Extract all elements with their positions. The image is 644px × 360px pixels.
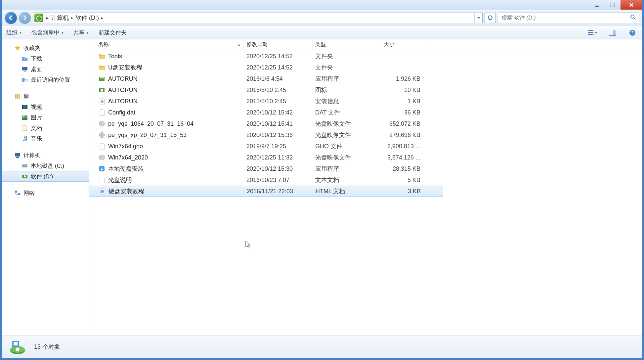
chevron-right-icon: ▸ <box>46 15 49 21</box>
file-row[interactable]: 本地硬盘安装2020/10/12 15:30应用程序28,315 KB <box>89 163 642 174</box>
sidebar-item-desktop[interactable]: 桌面 <box>2 64 89 74</box>
breadcrumb-segment[interactable]: 计算机 <box>51 14 69 22</box>
computer-header[interactable]: 计算机 <box>2 150 89 160</box>
file-name: pe_yqs_1064_20_07_31_16_04 <box>108 120 193 127</box>
nav-label: 桌面 <box>31 66 42 73</box>
column-header-date[interactable]: 修改日期 <box>244 39 313 50</box>
file-size-cell: 10 KB <box>381 87 424 94</box>
svg-rect-1 <box>611 3 615 7</box>
file-row[interactable]: Config.dat2020/10/12 15:42DAT 文件36 KB <box>89 107 642 118</box>
minimize-icon <box>595 3 599 7</box>
file-date-cell: 2019/9/7 19:25 <box>244 143 313 150</box>
nav-label: 音乐 <box>31 135 42 143</box>
file-type-cell: 文件夹 <box>313 52 381 60</box>
file-type-cell: 图标 <box>313 86 381 94</box>
nav-label: 软件 (D:) <box>31 173 53 180</box>
file-name-cell: AUTORUN <box>96 75 244 82</box>
chevron-right-icon: ▸ <box>71 15 73 21</box>
organize-button[interactable]: 组织 ▼ <box>6 29 22 36</box>
sidebar-item-pictures[interactable]: 图片 <box>2 112 89 123</box>
sidebar-item-drive-c[interactable]: 本地磁盘 (C:) <box>2 160 89 171</box>
sidebar-item-documents[interactable]: 文档 <box>2 123 89 133</box>
svg-rect-29 <box>99 77 105 81</box>
sidebar-item-videos[interactable]: 视频 <box>2 102 89 112</box>
search-box[interactable] <box>498 13 639 23</box>
file-row[interactable]: e硬盘安装教程2016/11/21 22:03HTML 文档3 KB <box>89 186 443 197</box>
column-header-row: 名称 ▲ 修改日期 类型 大小 <box>89 39 642 50</box>
minimize-button[interactable] <box>589 0 605 10</box>
favorites-header[interactable]: 收藏夹 <box>2 43 89 53</box>
file-size-cell: 2,900,813 ... <box>381 143 424 150</box>
include-in-library-button[interactable]: 包含到库中 ▼ <box>31 29 64 36</box>
share-button[interactable]: 共享 ▼ <box>73 29 89 36</box>
chevron-down-icon <box>477 17 480 19</box>
maximize-button[interactable] <box>605 0 621 10</box>
file-icon <box>98 53 106 60</box>
file-row[interactable]: pe_yqs_xp_20_07_31_15_532020/10/12 15:36… <box>89 129 642 141</box>
nav-label: 本地磁盘 (C:) <box>31 162 64 170</box>
svg-rect-22 <box>16 157 19 158</box>
forward-button[interactable] <box>19 12 31 24</box>
network-icon <box>14 190 21 196</box>
file-row[interactable]: AUTORUN2016/1/8 4:54应用程序1,926 KB <box>89 73 642 84</box>
computer-icon <box>14 152 21 158</box>
file-row[interactable]: AUTORUN2015/5/10 2:45图标10 KB <box>89 84 642 96</box>
close-icon <box>629 3 634 7</box>
back-button[interactable] <box>5 12 17 24</box>
file-icon <box>98 176 106 184</box>
desktop-icon <box>21 66 28 72</box>
column-header-size[interactable]: 大小 <box>381 39 424 50</box>
file-row[interactable]: pe_yqs_1064_20_07_31_16_042020/10/12 15:… <box>89 118 642 129</box>
file-list[interactable]: Tools2020/12/25 14:52文件夹U盘安装教程2020/12/25… <box>89 50 642 335</box>
file-size-cell: 3,874,126 ... <box>381 154 424 161</box>
breadcrumb-segment[interactable]: 软件 (D:) <box>75 14 99 22</box>
address-dropdown[interactable] <box>474 13 482 23</box>
refresh-icon <box>487 15 493 21</box>
column-header-type[interactable]: 类型 <box>313 39 381 50</box>
file-name: AUTORUN <box>108 87 138 94</box>
svg-point-46 <box>16 347 20 351</box>
network-header[interactable]: 网络 <box>2 188 89 198</box>
file-row[interactable]: U盘安装教程2020/12/25 14:52文件夹 <box>89 62 642 73</box>
file-name: 光盘说明 <box>108 176 132 184</box>
file-size-cell: 36 KB <box>381 109 424 116</box>
file-date-cell: 2016/10/23 7:07 <box>244 177 313 184</box>
titlebar <box>2 0 642 10</box>
file-name: Tools <box>108 53 122 60</box>
nav-label: 库 <box>23 93 29 100</box>
file-date-cell: 2020/10/12 15:42 <box>244 109 313 116</box>
close-button[interactable] <box>621 0 642 10</box>
col-label: 类型 <box>315 41 326 48</box>
column-header-name[interactable]: 名称 ▲ <box>96 39 244 50</box>
address-bar[interactable]: ▸ 计算机 ▸ 软件 (D:) ▸ <box>33 13 483 23</box>
sidebar-item-drive-d[interactable]: 软件 (D:) <box>2 171 89 182</box>
nav-label: 计算机 <box>23 152 40 159</box>
view-button[interactable] <box>587 28 598 37</box>
file-row[interactable]: Win7x64.gho2019/9/7 19:25GHO 文件2,900,813… <box>89 141 642 152</box>
file-date-cell: 2015/5/10 2:45 <box>244 98 313 105</box>
file-name: Config.dat <box>108 109 135 116</box>
file-size-cell: 279,696 KB <box>381 132 424 139</box>
file-icon <box>98 143 106 150</box>
file-name-cell: e硬盘安装教程 <box>96 187 244 195</box>
file-row[interactable]: 光盘说明2016/10/23 7:07文本文档5 KB <box>89 174 642 186</box>
sidebar-item-recent[interactable]: 最近访问的位置 <box>2 74 89 85</box>
file-size-cell: 652,072 KB <box>381 120 424 127</box>
libraries-header[interactable]: 库 <box>2 91 89 102</box>
file-row[interactable]: Tools2020/12/25 14:52文件夹 <box>89 51 642 62</box>
file-row[interactable]: iAUTORUN2015/5/10 2:45安装信息1 KB <box>89 96 642 107</box>
sidebar-item-downloads[interactable]: 下载 <box>2 53 89 64</box>
svg-rect-10 <box>22 67 27 70</box>
col-label: 名称 <box>98 41 109 48</box>
file-size-cell: 28,315 KB <box>381 165 424 172</box>
new-folder-button[interactable]: 新建文件夹 <box>99 29 127 36</box>
help-button[interactable]: ? <box>627 28 638 37</box>
file-date-cell: 2020/10/12 15:41 <box>244 120 313 127</box>
search-input[interactable] <box>501 15 630 21</box>
file-row[interactable]: Win7x64_20202020/12/25 11:32光盘映像文件3,874,… <box>89 152 642 163</box>
refresh-button[interactable] <box>485 13 496 23</box>
preview-pane-button[interactable] <box>607 28 618 37</box>
file-name-cell: Win7x64.gho <box>96 143 244 150</box>
sidebar-item-music[interactable]: 音乐 <box>2 133 89 144</box>
file-name-cell: AUTORUN <box>96 86 244 94</box>
